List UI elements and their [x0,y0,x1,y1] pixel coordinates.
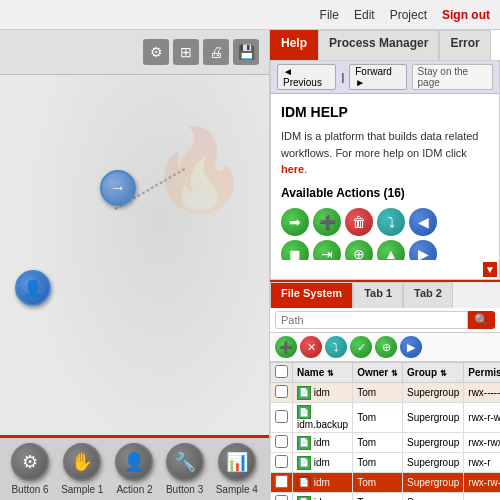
menu-file[interactable]: File [320,8,339,22]
row-checkbox[interactable] [275,455,288,468]
col-owner[interactable]: Owner ⇅ [353,363,403,383]
toolbar-icon-1[interactable]: ⚙ [143,39,169,65]
col-permission[interactable]: Permission ⇅ [464,363,500,383]
bottom-toolbar: ⚙ Button 6 ✋ Sample 1 👤 Action 2 🔧 Butto… [0,435,269,500]
bottom-item-button3[interactable]: 🔧 Button 3 [166,443,204,495]
action-icon-3[interactable]: 🗑 [345,208,373,236]
row-checkbox[interactable] [275,495,288,500]
col-group[interactable]: Group ⇅ [403,363,464,383]
action-icon-7[interactable]: ⇥ [313,240,341,261]
row-checkbox[interactable] [275,475,288,488]
toolbar-icon-2[interactable]: ⊞ [173,39,199,65]
help-body: IDM is a platform that builds data relat… [281,128,489,178]
file-permission: rwx-rw-r [464,473,500,493]
file-owner: Tom [353,473,403,493]
file-group: Supergroup [403,403,464,433]
help-nav-bar: ◄ Previous | Forward ► Stay on the page [271,61,499,94]
bottom-item-action2[interactable]: 👤 Action 2 [115,443,153,495]
right-panel: Help Process Manager Error ◄ Previous | … [270,30,500,500]
file-name[interactable]: 📄 idm [293,493,353,501]
help-actions-title: Available Actions (16) [281,186,489,200]
table-row[interactable]: 📄 idmTomSupergrouprwx-rw-r [271,473,501,493]
col-checkbox [271,363,293,383]
file-owner: Tom [353,433,403,453]
file-icon: 📄 [297,436,311,450]
canvas-area: 🔥 → 👤 [0,75,269,435]
file-name[interactable]: 📄 idm.backup [293,403,353,433]
help-previous-button[interactable]: ◄ Previous [277,64,336,90]
stay-on-page-button[interactable]: Stay on the page [412,64,493,90]
filesystem-table: Name ⇅ Owner ⇅ Group ⇅ Permission ⇅ 📄 id… [270,362,500,500]
canvas-person-icon[interactable]: 👤 [15,270,51,306]
select-all-checkbox[interactable] [275,365,288,378]
fs-delete-icon[interactable]: ✕ [300,336,322,358]
help-action-icons: ➡ ➕ 🗑 ⤵ ◀ ◼ ⇥ ⊕ ▲ ▶ [281,208,489,261]
tab-filesystem[interactable]: File System [270,282,353,308]
file-name[interactable]: 📄 idm [293,383,353,403]
help-link[interactable]: here [281,163,304,175]
bottom-item-sample4[interactable]: 📊 Sample 4 [216,443,258,495]
table-row[interactable]: 📄 idmTomSupergrouprwx-r [271,453,501,473]
filesystem-actions: ➕ ✕ ⤵ ✓ ⊕ ▶ [270,333,500,362]
action-icon-8[interactable]: ⊕ [345,240,373,261]
path-input[interactable] [275,311,468,329]
fs-add2-icon[interactable]: ⊕ [375,336,397,358]
file-owner: Tom [353,403,403,433]
action-icon-4[interactable]: ⤵ [377,208,405,236]
canvas-arrow-icon[interactable]: → [100,170,136,206]
search-button[interactable]: 🔍 [468,311,495,329]
file-name[interactable]: 📄 idm [293,433,353,453]
bottom-item-sample1[interactable]: ✋ Sample 1 [61,443,103,495]
menu-edit[interactable]: Edit [354,8,375,22]
toolbar-icon-4[interactable]: 💾 [233,39,259,65]
tab-tab2[interactable]: Tab 2 [403,282,453,308]
table-row[interactable]: 📄 idmTomSupergrouprwx-rwx [271,493,501,501]
action-icon-6[interactable]: ◼ [281,240,309,261]
bottom-label-sample4: Sample 4 [216,484,258,495]
row-checkbox[interactable] [275,410,288,423]
action-icon-2[interactable]: ➕ [313,208,341,236]
tab-error[interactable]: Error [439,30,490,60]
file-name[interactable]: 📄 idm [293,473,353,493]
action-icon-1[interactable]: ➡ [281,208,309,236]
help-forward-button[interactable]: Forward ► [349,64,406,90]
action-icon-10[interactable]: ▶ [409,240,437,261]
table-row[interactable]: 📄 idmTomSupergrouprwx------ [271,383,501,403]
help-scroll-down[interactable]: ▼ [483,262,497,277]
fs-play-icon[interactable]: ▶ [400,336,422,358]
bottom-icon-sample4: 📊 [218,443,256,481]
file-owner: Tom [353,493,403,501]
fs-add-icon[interactable]: ➕ [275,336,297,358]
row-checkbox[interactable] [275,435,288,448]
sign-out-button[interactable]: Sign out [442,8,490,22]
bottom-item-button6[interactable]: ⚙ Button 6 [11,443,49,495]
fs-check-icon[interactable]: ✓ [350,336,372,358]
file-name[interactable]: 📄 idm [293,453,353,473]
bottom-icon-action2: 👤 [115,443,153,481]
help-content: IDM HELP IDM is a platform that builds d… [271,94,499,260]
tab-tab1[interactable]: Tab 1 [353,282,403,308]
bottom-icon-button3: 🔧 [166,443,204,481]
left-panel: ⚙ ⊞ 🖨 💾 🔥 → 👤 ⚙ Button 6 [0,30,270,500]
tab-help[interactable]: Help [270,30,318,60]
toolbar-icon-3[interactable]: 🖨 [203,39,229,65]
bottom-label-button6: Button 6 [11,484,48,495]
col-name[interactable]: Name ⇅ [293,363,353,383]
action-icon-9[interactable]: ▲ [377,240,405,261]
file-group: Supergroup [403,473,464,493]
tab-process-manager[interactable]: Process Manager [318,30,439,60]
bottom-label-action2: Action 2 [116,484,152,495]
help-panel: ◄ Previous | Forward ► Stay on the page … [270,60,500,280]
file-group: Supergroup [403,383,464,403]
help-nav-separator: | [341,71,344,83]
bottom-label-button3: Button 3 [166,484,203,495]
file-permission: rwx-r [464,453,500,473]
menu-project[interactable]: Project [390,8,427,22]
row-checkbox[interactable] [275,385,288,398]
file-permission: rwx-r-w [464,403,500,433]
table-row[interactable]: 📄 idmTomSupergrouprwx-rwx [271,433,501,453]
table-row[interactable]: 📄 idm.backupTomSupergrouprwx-r-w [271,403,501,433]
file-icon: 📄 [297,456,311,470]
action-icon-5[interactable]: ◀ [409,208,437,236]
fs-download-icon[interactable]: ⤵ [325,336,347,358]
